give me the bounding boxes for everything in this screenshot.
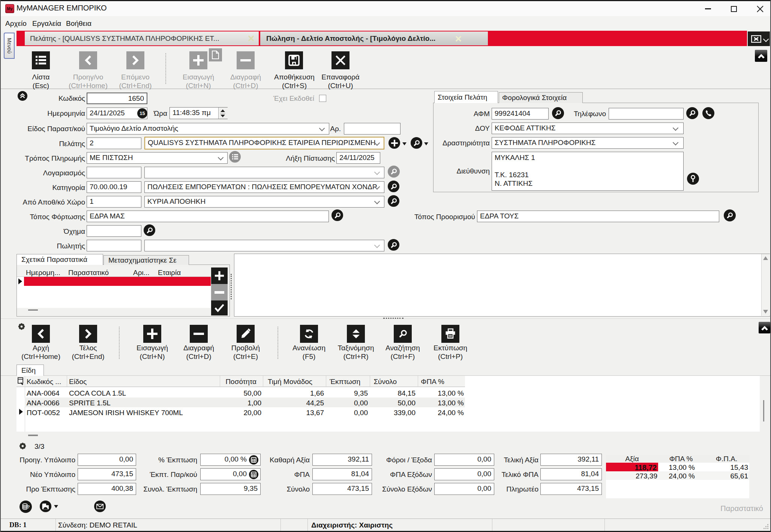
svg-text:?: ? [27, 505, 30, 509]
